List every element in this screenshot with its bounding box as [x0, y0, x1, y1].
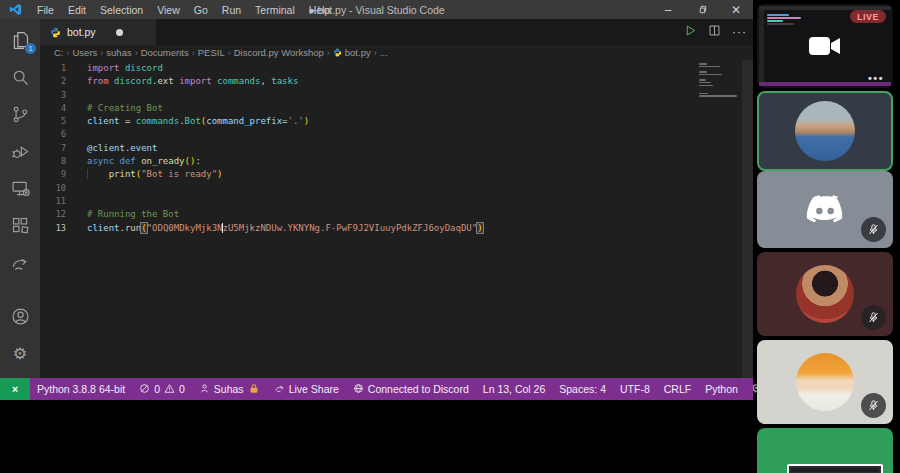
code-text: from discord.ext import commands, tasks	[87, 75, 298, 88]
menu-terminal[interactable]: Terminal	[248, 4, 302, 16]
participant-tile-omniman[interactable]	[757, 252, 893, 336]
line-number: 12	[40, 208, 66, 221]
editor-scrollbar[interactable]	[742, 60, 753, 378]
screen: FileEditSelectionViewGoRunTerminalHelp ●…	[0, 0, 900, 473]
breadcrumb-item[interactable]: Users	[73, 47, 98, 58]
breadcrumb-item[interactable]: Discord.py Workshop	[234, 47, 324, 58]
error-icon	[139, 383, 150, 396]
mic-off-icon	[867, 399, 880, 412]
vscode-window: FileEditSelectionViewGoRunTerminalHelp ●…	[0, 0, 753, 400]
breadcrumb-item[interactable]: suhas	[106, 47, 131, 58]
search-icon[interactable]	[8, 65, 32, 89]
menu-view[interactable]: View	[150, 4, 187, 16]
line-number: 3	[40, 89, 66, 102]
code-text: # Running the Bot	[87, 208, 179, 221]
remote-explorer-icon[interactable]	[8, 176, 32, 200]
status-account-suhas[interactable]: Suhas	[192, 378, 267, 400]
participant-tile-speaking[interactable]	[757, 91, 893, 171]
muted-indicator	[861, 217, 886, 242]
code-line[interactable]: 2from discord.ext import commands, tasks	[40, 75, 741, 88]
menu-go[interactable]: Go	[187, 4, 215, 16]
code-line[interactable]: 1import discord	[40, 62, 741, 75]
code-line[interactable]: 9 print("Bot is ready")	[40, 168, 741, 181]
extensions-icon[interactable]	[8, 213, 32, 237]
status-cursor-position[interactable]: Ln 13, Col 26	[476, 378, 552, 400]
vscode-logo-icon	[9, 3, 22, 16]
tile-options-button[interactable]: •••	[868, 72, 884, 84]
participant-avatar	[796, 265, 854, 323]
code-text: import discord	[87, 62, 163, 75]
breadcrumb-item[interactable]: C:	[54, 47, 64, 58]
unsaved-dot-icon[interactable]	[116, 29, 123, 36]
screen-share-tile[interactable]: LIVE •••	[757, 4, 893, 88]
run-debug-icon[interactable]	[8, 139, 32, 163]
breadcrumb-item[interactable]: bot.py	[333, 47, 371, 58]
minimize-button[interactable]: –	[651, 0, 685, 19]
tab-botpy[interactable]: bot.py	[40, 19, 156, 45]
globe-icon	[353, 383, 364, 396]
video-camera-icon	[808, 35, 842, 57]
close-button[interactable]: ✕	[719, 0, 753, 19]
status-eol[interactable]: CRLF	[657, 378, 698, 400]
status-language-mode[interactable]: Python	[698, 378, 745, 400]
video-panel: LIVE •••	[757, 0, 893, 473]
menu-help[interactable]: Help	[302, 4, 338, 16]
restore-button[interactable]	[685, 0, 719, 19]
code-area: 1import discord2from discord.ext import …	[40, 62, 741, 235]
breadcrumb-item[interactable]: PESIL	[198, 47, 225, 58]
code-line[interactable]: 11	[40, 195, 741, 208]
mic-off-icon	[867, 311, 880, 324]
breadcrumb-item[interactable]: ...	[380, 47, 388, 58]
code-line[interactable]: 5client = commands.Bot(command_prefix='.…	[40, 115, 741, 128]
status-problems[interactable]: 00	[132, 378, 192, 400]
status-live-share[interactable]: Live Share	[267, 378, 346, 400]
code-editor[interactable]: 1import discord2from discord.ext import …	[40, 60, 753, 378]
breadcrumb-separator-icon: ›	[100, 48, 103, 58]
menu-file[interactable]: File	[30, 4, 61, 16]
code-text: client.run("ODQ0MDkyMjk3NzU5MjkzNDUw.YKN…	[87, 222, 483, 235]
minimap[interactable]	[699, 63, 739, 98]
participant-tile-green[interactable]	[757, 428, 893, 473]
status-discord-presence[interactable]: Connected to Discord	[346, 378, 476, 400]
code-line[interactable]: 13client.run("ODQ0MDkyMjk3NzU5MjkzNDUw.Y…	[40, 222, 741, 235]
code-line[interactable]: 3	[40, 89, 741, 102]
code-line[interactable]: 6	[40, 128, 741, 141]
participant-tile-emma[interactable]	[757, 340, 893, 424]
run-python-file-button[interactable]	[684, 23, 697, 41]
python-file-icon	[333, 48, 342, 57]
settings-gear-icon[interactable]: ⚙	[8, 341, 32, 365]
status-bar-left: ×Python 3.8.8 64-bit00SuhasLive ShareCon…	[0, 378, 476, 400]
status-encoding[interactable]: UTF-8	[613, 378, 657, 400]
editor-actions: ···	[684, 19, 747, 45]
code-line[interactable]: 4# Creating Bot	[40, 102, 741, 115]
code-line[interactable]: 10	[40, 182, 741, 195]
mic-off-icon	[867, 223, 880, 236]
lock-icon	[248, 383, 260, 396]
participant-tile-discord-default[interactable]	[757, 171, 893, 248]
breadcrumb-item[interactable]: Documents	[141, 47, 189, 58]
status-indentation[interactable]: Spaces: 4	[552, 378, 613, 400]
code-text: # Creating Bot	[87, 102, 163, 115]
code-line[interactable]: 7@client.event	[40, 142, 741, 155]
line-number: 1	[40, 62, 66, 75]
breadcrumb-separator-icon: ›	[228, 48, 231, 58]
menu-selection[interactable]: Selection	[93, 4, 150, 16]
status-python-interpreter[interactable]: Python 3.8.8 64-bit	[30, 378, 132, 400]
status-remote-indicator[interactable]: ×	[0, 378, 30, 400]
breadcrumb-separator-icon: ›	[327, 48, 330, 58]
live-share-icon[interactable]	[8, 250, 32, 274]
more-actions-button[interactable]: ···	[732, 25, 747, 39]
code-line[interactable]: 8async def on_ready():	[40, 155, 741, 168]
account-icon[interactable]	[8, 304, 32, 328]
menu-run[interactable]: Run	[215, 4, 248, 16]
menubar: FileEditSelectionViewGoRunTerminalHelp	[30, 4, 337, 16]
breadcrumb-separator-icon: ›	[135, 48, 138, 58]
code-line[interactable]: 12# Running the Bot	[40, 208, 741, 221]
explorer-icon[interactable]: 1	[8, 28, 32, 52]
source-control-icon[interactable]	[8, 102, 32, 126]
split-editor-button[interactable]	[708, 23, 721, 41]
menu-edit[interactable]: Edit	[61, 4, 93, 16]
activity-bar: 1⚙	[0, 19, 40, 378]
person-icon	[199, 383, 210, 396]
window-controls: – ✕	[651, 0, 753, 19]
